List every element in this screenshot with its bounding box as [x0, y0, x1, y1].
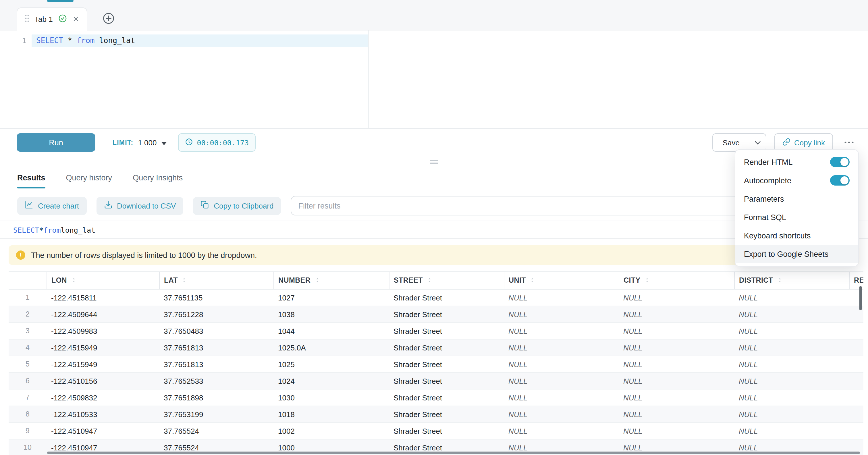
- cell-unit[interactable]: NULL: [504, 406, 619, 423]
- cell-lon[interactable]: -122.4515949: [46, 339, 159, 356]
- menu-item-export-google-sheets[interactable]: Export to Google Sheets: [735, 245, 858, 263]
- sql-editor[interactable]: 1 SELECT * from long_lat: [0, 30, 868, 129]
- cell-street[interactable]: Shrader Street: [389, 406, 504, 423]
- table-row[interactable]: 9-122.451094737.7655241002Shrader Street…: [9, 423, 863, 439]
- cell-district[interactable]: NULL: [734, 289, 849, 306]
- cell-re[interactable]: [849, 372, 863, 389]
- horizontal-scrollbar-thumb[interactable]: [47, 452, 860, 454]
- cell-city[interactable]: NULL: [619, 356, 734, 372]
- cell-lon[interactable]: -122.4509644: [46, 306, 159, 323]
- cell-city[interactable]: NULL: [619, 323, 734, 339]
- sql-code-line[interactable]: SELECT * from long_lat: [36, 34, 135, 47]
- cell-lat[interactable]: 37.765524: [159, 423, 273, 439]
- column-header-city[interactable]: CITY: [619, 271, 734, 289]
- cell-number[interactable]: 1025.0A: [273, 339, 389, 356]
- cell-district[interactable]: NULL: [734, 423, 849, 439]
- cell-unit[interactable]: NULL: [504, 289, 619, 306]
- cell-number[interactable]: 1002: [273, 423, 389, 439]
- cell-district[interactable]: NULL: [734, 339, 849, 356]
- cell-number[interactable]: 1025: [273, 356, 389, 372]
- cell-number[interactable]: 1030: [273, 389, 389, 406]
- cell-district[interactable]: NULL: [734, 406, 849, 423]
- cell-city[interactable]: NULL: [619, 306, 734, 323]
- run-button[interactable]: Run: [17, 133, 95, 152]
- cell-street[interactable]: Shrader Street: [389, 423, 504, 439]
- table-row[interactable]: 6-122.451015637.76525331024Shrader Stree…: [9, 372, 863, 389]
- cell-street[interactable]: Shrader Street: [389, 289, 504, 306]
- cell-lat[interactable]: 37.7653199: [159, 406, 273, 423]
- cell-lon[interactable]: -122.4515811: [46, 289, 159, 306]
- cell-unit[interactable]: NULL: [504, 356, 619, 372]
- cell-unit[interactable]: NULL: [504, 339, 619, 356]
- table-row[interactable]: 5-122.451594937.76518131025Shrader Stree…: [9, 356, 863, 372]
- cell-city[interactable]: NULL: [619, 289, 734, 306]
- render-html-toggle[interactable]: [830, 157, 849, 167]
- cell-lat[interactable]: 37.7651898: [159, 389, 273, 406]
- cell-street[interactable]: Shrader Street: [389, 389, 504, 406]
- tab-results[interactable]: Results: [17, 166, 45, 188]
- cell-re[interactable]: [849, 356, 863, 372]
- cell-unit[interactable]: NULL: [504, 389, 619, 406]
- cell-lon[interactable]: -122.4510533: [46, 406, 159, 423]
- cell-city[interactable]: NULL: [619, 423, 734, 439]
- cell-street[interactable]: Shrader Street: [389, 323, 504, 339]
- cell-lon[interactable]: -122.4515949: [46, 356, 159, 372]
- menu-item-parameters[interactable]: Parameters: [735, 189, 858, 208]
- tab-query-history[interactable]: Query history: [66, 166, 112, 188]
- copy-clipboard-button[interactable]: Copy to Clipboard: [193, 197, 281, 215]
- column-header-number[interactable]: NUMBER: [273, 271, 389, 289]
- cell-district[interactable]: NULL: [734, 356, 849, 372]
- cell-street[interactable]: Shrader Street: [389, 339, 504, 356]
- menu-item-autocomplete[interactable]: Autocomplete: [735, 171, 858, 189]
- cell-district[interactable]: NULL: [734, 323, 849, 339]
- cell-street[interactable]: Shrader Street: [389, 306, 504, 323]
- cell-number[interactable]: 1027: [273, 289, 389, 306]
- column-header-street[interactable]: STREET: [389, 271, 504, 289]
- table-row[interactable]: 2-122.450964437.76512281038Shrader Stree…: [9, 306, 863, 323]
- cell-number[interactable]: 1038: [273, 306, 389, 323]
- cell-number[interactable]: 1024: [273, 372, 389, 389]
- menu-item-render-html[interactable]: Render HTML: [735, 153, 858, 171]
- cell-number[interactable]: 1018: [273, 406, 389, 423]
- column-header-district[interactable]: DISTRICT: [734, 271, 849, 289]
- cell-unit[interactable]: NULL: [504, 306, 619, 323]
- cell-lat[interactable]: 37.7651813: [159, 339, 273, 356]
- menu-item-format-sql[interactable]: Format SQL: [735, 208, 858, 226]
- column-header-unit[interactable]: UNIT: [504, 271, 619, 289]
- menu-item-keyboard-shortcuts[interactable]: Keyboard shortcuts: [735, 226, 858, 245]
- cell-district[interactable]: NULL: [734, 306, 849, 323]
- tab-tab1[interactable]: Tab 1: [17, 7, 87, 30]
- vertical-scrollbar-thumb[interactable]: [859, 286, 862, 310]
- cell-re[interactable]: [849, 406, 863, 423]
- cell-lon[interactable]: -122.4510947: [46, 423, 159, 439]
- table-row[interactable]: 4-122.451594937.76518131025.0AShrader St…: [9, 339, 863, 356]
- cell-lon[interactable]: -122.4509983: [46, 323, 159, 339]
- close-tab-icon[interactable]: [72, 14, 79, 24]
- cell-city[interactable]: NULL: [619, 339, 734, 356]
- table-row[interactable]: 3-122.450998337.76504831044Shrader Stree…: [9, 323, 863, 339]
- cell-lat[interactable]: 37.7651135: [159, 289, 273, 306]
- cell-city[interactable]: NULL: [619, 389, 734, 406]
- cell-street[interactable]: Shrader Street: [389, 356, 504, 372]
- table-row[interactable]: 1-122.451581137.76511351027Shrader Stree…: [9, 289, 863, 306]
- cell-lat[interactable]: 37.7650483: [159, 323, 273, 339]
- cell-re[interactable]: [849, 339, 863, 356]
- table-row[interactable]: 8-122.451053337.76531991018Shrader Stree…: [9, 406, 863, 423]
- cell-unit[interactable]: NULL: [504, 423, 619, 439]
- cell-city[interactable]: NULL: [619, 372, 734, 389]
- column-header-lat[interactable]: LAT: [159, 271, 273, 289]
- tab-query-insights[interactable]: Query Insights: [133, 166, 183, 188]
- drag-handle-icon[interactable]: [25, 14, 29, 24]
- cell-lat[interactable]: 37.7652533: [159, 372, 273, 389]
- limit-dropdown[interactable]: LIMIT: 1 000: [113, 137, 166, 148]
- save-button[interactable]: Save: [712, 133, 750, 152]
- cell-lon[interactable]: -122.4510156: [46, 372, 159, 389]
- save-options-button[interactable]: [749, 133, 766, 152]
- cell-lat[interactable]: 37.7651813: [159, 356, 273, 372]
- cell-city[interactable]: NULL: [619, 406, 734, 423]
- cell-district[interactable]: NULL: [734, 372, 849, 389]
- cell-district[interactable]: NULL: [734, 389, 849, 406]
- column-header-lon[interactable]: LON: [46, 271, 159, 289]
- table-row[interactable]: 7-122.450983237.76518981030Shrader Stree…: [9, 389, 863, 406]
- cell-unit[interactable]: NULL: [504, 372, 619, 389]
